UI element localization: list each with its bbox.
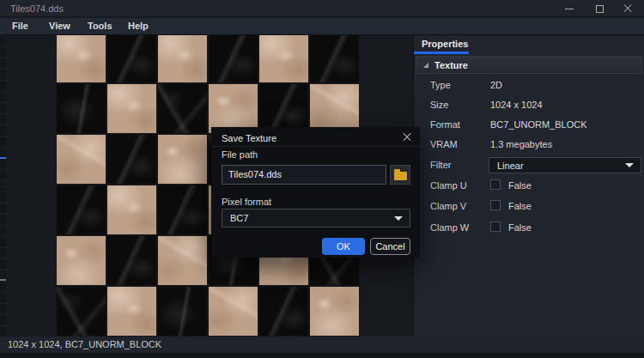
checkbox-value-label: False (508, 201, 532, 211)
checkbox-value-label: False (508, 180, 532, 191)
black-marble-tile (157, 286, 208, 337)
property-row-type: Type2D (414, 80, 644, 97)
title-bar: Tiles074.dds (0, 0, 644, 17)
scroll-position-marker (0, 157, 6, 159)
filter-dropdown[interactable]: Linear (489, 157, 641, 173)
expander-icon (423, 63, 428, 68)
black-marble-tile (258, 286, 309, 337)
left-strip-tick (0, 279, 6, 281)
clamp-u-checkbox[interactable] (490, 179, 501, 190)
browse-folder-button[interactable] (390, 165, 410, 185)
window-bottom-edge (0, 353, 644, 358)
texture-viewer-window: Tiles074.dds FileViewToolsHelp Propertie… (0, 0, 644, 358)
window-title: Tiles074.dds (10, 0, 64, 17)
tan-marble-tile (106, 185, 157, 235)
clamp-w-checkbox[interactable] (490, 221, 501, 232)
tan-marble-tile (208, 286, 258, 337)
pixel-format-value: BC7 (230, 213, 248, 223)
dialog-title: Save Texture (222, 133, 276, 143)
status-text: 1024 x 1024, BC7_UNORM_BLOCK (8, 337, 161, 353)
property-row-clamp-w: Clamp WFalse (414, 222, 644, 240)
file-path-input[interactable]: Tiles074.dds (222, 165, 386, 185)
close-icon (623, 4, 632, 13)
section-title: Texture (434, 60, 468, 70)
chevron-down-icon (394, 216, 403, 221)
filter-value: Linear (497, 161, 524, 171)
property-row-filter: FilterLinear (414, 160, 644, 177)
tan-marble-tile (309, 286, 360, 337)
black-marble-tile (208, 35, 258, 83)
property-row-clamp-u: Clamp UFalse (414, 180, 644, 197)
tan-marble-tile (157, 35, 208, 83)
tan-marble-tile (56, 134, 106, 185)
folder-icon (394, 172, 407, 180)
tan-marble-tile (106, 286, 157, 337)
pixel-format-label: Pixel format (222, 197, 271, 207)
properties-panel: Properties Texture Type2DSize1024 x 1024… (413, 35, 644, 337)
texture-section-header[interactable]: Texture (416, 56, 642, 74)
save-texture-dialog: Save Texture File path Tiles074.dds Pixe… (211, 127, 420, 258)
maximize-icon (596, 5, 604, 13)
file-path-label: File path (222, 149, 258, 160)
tan-marble-tile (56, 35, 106, 83)
cancel-button[interactable]: Cancel (370, 238, 410, 255)
menu-item-tools[interactable]: Tools (88, 18, 112, 34)
tan-marble-tile (157, 235, 208, 286)
left-scroll-strip[interactable] (0, 35, 6, 353)
menu-item-help[interactable]: Help (128, 18, 149, 34)
close-button[interactable] (613, 0, 642, 17)
property-label: Clamp V (430, 201, 466, 212)
property-label: Filter (430, 160, 451, 171)
minimize-button[interactable] (555, 0, 584, 17)
checkbox-value-label: False (508, 222, 532, 233)
property-label: Clamp U (430, 180, 467, 191)
dialog-title-separator (211, 146, 420, 147)
black-marble-tile (106, 235, 157, 286)
menu-item-file[interactable]: File (12, 18, 28, 34)
property-value: 1.3 megabytes (490, 139, 552, 150)
property-label: VRAM (430, 139, 458, 150)
property-value: 2D (490, 80, 502, 91)
black-marble-tile (157, 83, 208, 134)
tan-marble-tile (157, 134, 208, 185)
black-marble-tile (56, 83, 106, 134)
black-marble-tile (56, 185, 106, 235)
property-row-size: Size1024 x 1024 (414, 100, 644, 117)
menu-item-view[interactable]: View (49, 18, 70, 34)
chevron-down-icon (625, 163, 634, 167)
tab-active-underline (414, 52, 469, 54)
tan-marble-tile (258, 35, 309, 83)
black-marble-tile (309, 35, 360, 83)
menu-bar: FileViewToolsHelp (0, 18, 644, 35)
pixel-format-dropdown[interactable]: BC7 (222, 209, 410, 228)
property-row-vram: VRAM1.3 megabytes (414, 139, 644, 156)
property-row-format: FormatBC7_UNORM_BLOCK (414, 119, 644, 137)
black-marble-tile (106, 35, 157, 83)
tan-marble-tile (106, 83, 157, 134)
file-path-value: Tiles074.dds (228, 166, 282, 184)
property-label: Size (430, 100, 448, 111)
ok-button[interactable]: OK (322, 238, 365, 255)
clamp-v-checkbox[interactable] (490, 200, 501, 210)
maximize-button[interactable] (585, 0, 614, 17)
property-value: 1024 x 1024 (490, 100, 543, 111)
black-marble-tile (157, 185, 208, 235)
property-label: Type (430, 80, 451, 91)
black-marble-tile (106, 134, 157, 185)
minimize-icon (565, 9, 574, 9)
black-marble-tile (56, 286, 106, 337)
tan-marble-tile (56, 235, 106, 286)
dialog-close-icon[interactable] (402, 132, 412, 143)
property-label: Clamp W (430, 222, 469, 234)
property-row-clamp-v: Clamp VFalse (414, 201, 644, 218)
status-bar: 1024 x 1024, BC7_UNORM_BLOCK (0, 337, 644, 353)
property-label: Format (430, 119, 460, 130)
tab-properties[interactable]: Properties (422, 39, 468, 49)
property-value: BC7_UNORM_BLOCK (490, 119, 586, 130)
